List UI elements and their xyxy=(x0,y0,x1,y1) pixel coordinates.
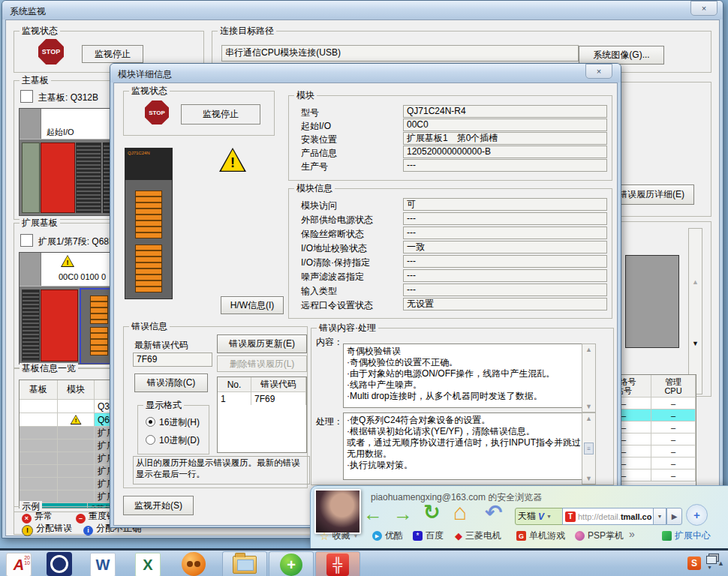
error-clear-button[interactable]: 错误清除(C) xyxy=(134,374,208,392)
module-row-label: 产品信息 xyxy=(301,147,337,160)
scroll-up-icon[interactable]: ▲ xyxy=(585,346,592,353)
delete-error-history-button[interactable]: 删除错误履历(L) xyxy=(217,356,307,372)
taskbar-excel-icon[interactable]: X xyxy=(135,553,161,576)
home-icon[interactable]: ⌂ xyxy=(453,501,467,524)
extension-center[interactable]: 扩展中心 xyxy=(662,530,711,542)
module-image-model-label: QJ71C24N xyxy=(128,151,150,155)
error-history-update-button[interactable]: 错误履历更新(E) xyxy=(217,334,307,353)
radio-icon xyxy=(146,435,155,445)
dialog-titlebar[interactable]: 模块详细信息 × xyxy=(110,64,621,82)
error-content-text[interactable]: 奇偶校验错误 ·奇偶校验位的设置不正确。 ·由于对象站的电源ON/OFF操作，线… xyxy=(343,344,585,408)
taskbar-media-icon[interactable] xyxy=(182,552,206,576)
scroll-down-icon[interactable]: ▼ xyxy=(585,475,592,482)
module-info-row-label: I/O清除·保持指定 xyxy=(301,256,370,269)
main-base-name: 主基板: Q312B xyxy=(38,92,98,104)
module-info-row-label: 模块访问 xyxy=(301,200,337,212)
favorites-dropdown-icon: ▼ xyxy=(353,533,359,538)
refresh-icon[interactable]: ↻ xyxy=(423,502,441,523)
error-content-group: 错误内容·处理 内容： 奇偶校验错误 ·奇偶校验位的设置不正确。 ·由于对象站的… xyxy=(311,328,614,485)
scroll-down-icon[interactable]: ▼ xyxy=(585,403,592,410)
error-action-text[interactable]: ·使Q系列C24符合对象设备的设置。 ·根据错误初始化请求(YE/YF)，清除错… xyxy=(343,412,585,480)
tray-show-hidden-icon[interactable]: ▲ xyxy=(717,560,724,567)
search-engine-label: 天猫 xyxy=(518,510,536,523)
search-engine-box[interactable]: 天猫 V ▼ xyxy=(515,508,566,525)
dialog-stop-icon: STOP xyxy=(145,100,169,124)
main-close-button[interactable]: × xyxy=(690,1,717,16)
main-base-checkbox[interactable] xyxy=(20,90,33,103)
tray-dropdown-icon[interactable]: ▼ xyxy=(707,565,712,570)
taskbar-word-icon[interactable]: W xyxy=(90,553,116,576)
tray-sogou-icon[interactable]: S xyxy=(687,556,701,570)
avatar-image[interactable] xyxy=(314,489,361,534)
module-row-value: 扩展基板1 第0个插槽 xyxy=(403,132,607,145)
bookmark-mitsubishi[interactable]: ◆ 三菱电机 xyxy=(455,530,501,542)
row-warning-icon: ! xyxy=(71,415,82,424)
module-row-value: 120520000000000-B xyxy=(403,146,607,158)
favorites-button[interactable]: ☆ 收藏 ▼ xyxy=(320,530,359,542)
assign-error-circle-icon: ! xyxy=(22,525,33,536)
ext-cpu-module-red xyxy=(41,290,78,362)
right-scrollbar[interactable]: ▲ ▼ xyxy=(688,228,702,394)
connection-path-label: 连接目标路径 xyxy=(218,26,276,36)
psp-icon xyxy=(575,531,585,541)
address-bar[interactable]: T http://detail.tmall.co xyxy=(562,508,658,525)
error-info-group-label: 错误信息 xyxy=(129,321,170,332)
bookmark-psp[interactable]: PSP掌机 xyxy=(575,530,624,542)
error-history-row[interactable]: 1 7F69 xyxy=(218,392,306,405)
dialog-monitor-status-group: 监视状态 STOP 监视停止 xyxy=(123,91,275,136)
radio-icon xyxy=(146,417,155,427)
scroll-up-icon[interactable]: ▲ xyxy=(692,278,699,286)
hex-radio[interactable]: 16进制(H) xyxy=(146,416,200,429)
dialog-close-button[interactable]: × xyxy=(585,64,612,79)
main-monitor-status-value: 监视停止 xyxy=(82,45,143,63)
taskbar-explorer-button[interactable] xyxy=(222,551,267,576)
bookmark-youku[interactable]: ▶ 优酷 xyxy=(372,530,403,542)
forward-icon[interactable]: → xyxy=(393,504,413,524)
undo-icon[interactable]: ↶ xyxy=(485,502,502,524)
url-dropdown-button[interactable]: ▼ xyxy=(653,508,666,525)
bookmark-games[interactable]: G 单机游戏 xyxy=(516,530,565,542)
taskbar-autocad-icon[interactable]: A 2010 xyxy=(6,553,32,576)
back-icon[interactable]: ← xyxy=(363,504,383,524)
main-titlebar[interactable]: 系统监视 × xyxy=(2,1,723,20)
go-button[interactable]: ▶ xyxy=(666,508,682,525)
error-info-group: 错误信息 最新错误代码 7F69 错误清除(C) 显示格式 16进制(H) 10… xyxy=(123,326,308,488)
star-icon: ☆ xyxy=(320,530,329,542)
scroll-up-icon[interactable]: ▲ xyxy=(585,415,592,422)
search-engine-logo: V xyxy=(538,512,544,522)
psu-module xyxy=(22,142,40,213)
youku-icon: ▶ xyxy=(372,531,382,541)
bookmark-baidu[interactable]: * 百度 xyxy=(413,530,444,542)
connection-path-field: 串行通信CPU模块连接(USB) xyxy=(221,45,579,62)
shield-icon[interactable]: + xyxy=(686,504,708,526)
bookmarks-more-icon[interactable]: » xyxy=(629,528,635,540)
dialog-warning-icon: ! xyxy=(219,148,246,172)
taskbar-gx-button[interactable]: ╬ xyxy=(315,551,360,576)
main-window-title: 系统监视 xyxy=(10,5,46,18)
tray-window-switch-icon[interactable] xyxy=(706,556,717,564)
scroll-thumb[interactable]: ≡ xyxy=(584,442,594,454)
ext-base-checkbox[interactable] xyxy=(20,234,33,247)
display-format-group: 显示格式 16进制(H) 10进制(D) xyxy=(137,405,209,454)
legend-item-error: ×异常 xyxy=(22,510,53,524)
monitor-start-button[interactable]: 监视开始(S) xyxy=(123,496,194,515)
error-history-table: No. 错误代码 1 7F69 xyxy=(217,376,307,453)
ext-base-io-value: 00C0 0100 0 xyxy=(59,272,106,281)
content-scrollbar[interactable]: ▲ ▼ xyxy=(582,344,596,412)
taskbar-cad-viewer-icon[interactable] xyxy=(47,552,72,576)
action-label: 处理： xyxy=(316,416,343,428)
hw-info-button[interactable]: H/W信息(I) xyxy=(221,296,284,314)
error-history-detail-button[interactable]: 错误履历详细(E) xyxy=(609,184,694,205)
latest-error-code-label: 最新错误代码 xyxy=(134,339,188,352)
taskbar-360-button[interactable]: + xyxy=(269,551,314,576)
module-connector-2 xyxy=(135,244,162,292)
search-dropdown-icon[interactable]: ▼ xyxy=(546,514,552,519)
dec-radio[interactable]: 10进制(D) xyxy=(146,434,200,447)
module-connector-1 xyxy=(135,190,162,238)
right-module-image xyxy=(625,255,679,348)
system-image-button[interactable]: 系统图像(G)... xyxy=(579,46,664,64)
module-group-label: 模块 xyxy=(294,90,317,100)
scroll-down-icon[interactable]: ▼ xyxy=(692,340,699,347)
module-info-row-label: 保险丝熔断状态 xyxy=(301,228,364,241)
action-scrollbar[interactable]: ▲ ≡ ▼ xyxy=(582,412,596,484)
